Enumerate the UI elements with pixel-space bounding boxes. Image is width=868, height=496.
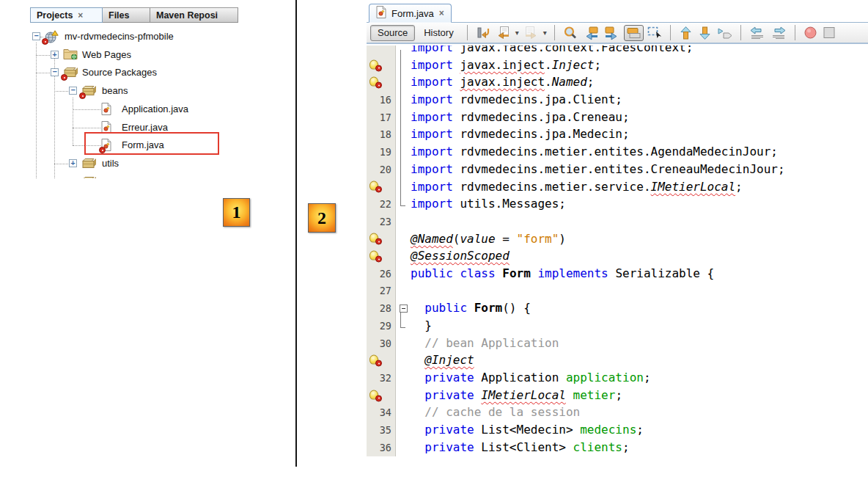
editor-gutter-cell[interactable]: 30 [367, 335, 396, 352]
find-icon[interactable] [562, 25, 579, 41]
fold-column[interactable] [396, 282, 411, 300]
editor-gutter-cell[interactable] [367, 247, 396, 265]
editor-gutter-cell[interactable] [367, 351, 396, 369]
code-line[interactable]: 32 private Application application; [367, 369, 868, 387]
fold-column[interactable] [396, 195, 411, 213]
editor-gutter-cell[interactable] [367, 73, 396, 91]
code-line[interactable]: 30 // bean Application [367, 335, 868, 352]
fold-column[interactable] [396, 265, 411, 282]
code-line[interactable]: 23 [367, 213, 868, 230]
editor-gutter-cell[interactable] [367, 387, 396, 404]
code-line[interactable]: 17import rdvmedecins.jpa.Creneau; [367, 109, 868, 126]
forward-icon[interactable] [522, 25, 540, 40]
code-line[interactable]: 34 // cache de la session [367, 404, 868, 421]
tree-item-utils[interactable]: +utils [30, 156, 238, 172]
fold-column[interactable] [396, 369, 411, 387]
fold-column[interactable] [396, 230, 411, 248]
code-line[interactable]: import javax.inject.Named; [367, 73, 868, 91]
editor-gutter-cell[interactable]: 34 [367, 404, 396, 421]
tree-item-beans[interactable]: −beans [30, 83, 238, 99]
back-icon[interactable] [494, 25, 512, 40]
code-line[interactable]: 22import utils.Messages; [367, 195, 868, 213]
error-hint-icon[interactable] [369, 355, 380, 366]
editor-gutter-cell[interactable]: 17 [367, 109, 396, 126]
source-button[interactable]: Source [370, 25, 415, 41]
code-line[interactable]: 18import rdvmedecins.jpa.Medecin; [367, 125, 868, 143]
editor-gutter-cell[interactable] [367, 56, 396, 74]
editor-gutter-cell[interactable]: 27 [367, 282, 396, 300]
code-line[interactable]: @Named(value = "form") [367, 230, 868, 248]
fold-column[interactable] [396, 421, 411, 439]
editor-tab-form-java[interactable]: Form.java × [369, 4, 452, 23]
record-macro-icon[interactable] [802, 25, 819, 40]
code-line[interactable]: 26public class Form implements Serializa… [367, 265, 868, 282]
fold-column[interactable] [396, 317, 411, 335]
code-line[interactable]: @SessionScoped [367, 247, 868, 265]
dropdown-caret-icon[interactable]: ▾ [515, 29, 520, 37]
history-button[interactable]: History [417, 25, 460, 41]
fold-collapse-icon[interactable] [400, 304, 408, 313]
code-line[interactable]: 35 private List<Medecin> medecins; [367, 421, 868, 439]
code-line[interactable]: 28 public Form() { [367, 299, 868, 317]
editor-gutter-cell[interactable]: 35 [367, 421, 396, 439]
editor-gutter-cell[interactable]: 36 [367, 439, 396, 456]
code-line[interactable]: @Inject [367, 351, 868, 369]
code-line[interactable]: 36 private List<Client> clients; [367, 439, 868, 456]
code-line[interactable]: import rdvmedecins.metier.service.IMetie… [367, 178, 868, 196]
code-line[interactable]: 29 } [367, 317, 868, 335]
fold-column[interactable] [396, 335, 411, 352]
editor-gutter-cell[interactable]: 26 [367, 265, 396, 282]
shift-line-right-icon[interactable] [769, 25, 788, 40]
editor-gutter-cell[interactable]: 29 [367, 317, 396, 335]
expand-toggle-icon[interactable]: − [69, 87, 77, 95]
tree-item-clipped[interactable] [30, 174, 238, 178]
code-editor[interactable]: import javax.faces.context.FacesContext;… [367, 45, 868, 461]
editor-gutter-cell[interactable]: 32 [367, 369, 396, 387]
next-occurrence-icon[interactable] [603, 25, 622, 41]
toggle-bookmark-icon[interactable] [716, 26, 734, 40]
editor-gutter-cell[interactable]: 18 [367, 125, 396, 143]
tree-item-web-pages[interactable]: +Web Pages [30, 47, 238, 63]
code-line[interactable]: 20import rdvmedecins.metier.entites.Cren… [367, 161, 868, 178]
editor-gutter-cell[interactable]: 16 [367, 91, 396, 109]
tree-item-application-java[interactable]: Application.java [30, 101, 238, 117]
fold-column[interactable] [396, 351, 411, 369]
tree-item-source-packages[interactable]: −Source Packages [30, 65, 238, 81]
rectangular-selection-icon[interactable] [646, 25, 663, 40]
previous-occurrence-icon[interactable] [581, 25, 600, 41]
error-hint-icon[interactable] [369, 77, 380, 88]
close-icon[interactable]: × [439, 10, 444, 17]
tab-maven-repositories[interactable]: Maven Reposi [150, 7, 238, 23]
fold-column[interactable] [396, 387, 411, 404]
next-bookmark-icon[interactable] [696, 25, 713, 41]
close-icon[interactable]: × [78, 12, 83, 19]
last-edit-location-icon[interactable] [474, 25, 492, 40]
code-line[interactable]: import javax.inject.Inject; [367, 56, 868, 74]
dropdown-caret-icon[interactable]: ▾ [542, 29, 548, 37]
tree-item-mv-rdvmedecins-pfmobile[interactable]: −mv-rdvmedecins-pfmobile [30, 29, 238, 45]
expand-toggle-icon[interactable]: − [32, 32, 40, 40]
error-hint-icon[interactable] [369, 251, 380, 262]
fold-column[interactable] [396, 247, 411, 265]
fold-column[interactable] [396, 213, 411, 230]
editor-gutter-cell[interactable] [367, 178, 396, 196]
fold-column[interactable] [396, 439, 411, 456]
code-line[interactable]: 19import rdvmedecins.metier.entites.Agen… [367, 143, 868, 161]
tab-files[interactable]: Files [103, 7, 150, 23]
tab-projects[interactable]: Projects × [30, 7, 103, 23]
editor-gutter-cell[interactable]: 22 [367, 195, 396, 213]
editor-gutter-cell[interactable]: 23 [367, 213, 396, 230]
code-line[interactable]: import javax.faces.context.FacesContext; [367, 45, 868, 56]
editor-gutter-cell[interactable]: 28 [367, 299, 396, 317]
previous-bookmark-icon[interactable] [677, 25, 694, 41]
error-hint-icon[interactable] [369, 233, 380, 244]
code-line[interactable]: private IMetierLocal metier; [367, 387, 868, 404]
error-hint-icon[interactable] [369, 59, 380, 70]
toggle-highlight-search-icon[interactable] [624, 25, 644, 41]
expand-toggle-icon[interactable]: − [51, 68, 59, 76]
error-hint-icon[interactable] [369, 181, 380, 192]
editor-gutter-cell[interactable]: 19 [367, 143, 396, 161]
editor-gutter-cell[interactable]: 20 [367, 161, 396, 178]
expand-toggle-icon[interactable]: + [69, 159, 77, 167]
expand-toggle-icon[interactable]: + [51, 51, 59, 59]
